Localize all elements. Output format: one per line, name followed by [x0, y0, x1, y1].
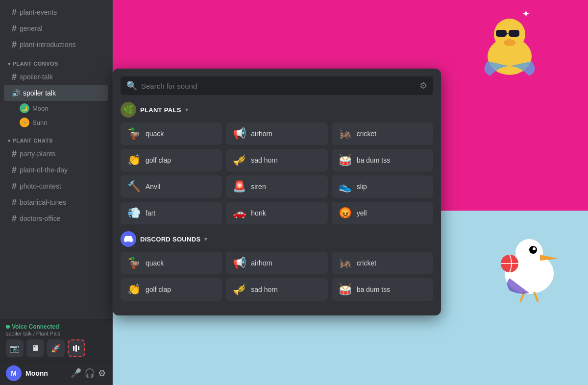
headset-button[interactable]: 🎧: [84, 368, 95, 379]
sound-airhorn-2[interactable]: 📢 airhorn: [226, 252, 327, 274]
hash-icon: #: [12, 197, 17, 208]
soundboard-button[interactable]: [68, 339, 85, 357]
sound-siren-1[interactable]: 🚨 siren: [226, 175, 327, 198]
duck-character: ✦: [470, 2, 549, 83]
svg-rect-17: [78, 346, 79, 350]
hash-icon: #: [12, 7, 17, 18]
hash-icon: #: [12, 24, 17, 34]
svg-line-12: [534, 292, 538, 302]
settings-button[interactable]: ⚙: [98, 368, 106, 379]
screen-share-button[interactable]: 🖥: [26, 339, 44, 357]
voice-status: Voice Connected: [6, 323, 106, 330]
hash-icon: #: [12, 40, 17, 50]
sound-anvil-1[interactable]: 🔨 Anvil: [121, 175, 222, 198]
sound-quack-2[interactable]: 🦆 quack: [121, 252, 222, 274]
svg-rect-16: [75, 345, 77, 352]
channel-spoiler-talk-voice[interactable]: 🔊 spoiler talk: [4, 85, 108, 101]
section-title-discord: DISCORD SOUNDS: [140, 236, 200, 243]
mic-button[interactable]: 🎤: [71, 368, 81, 379]
voice-user-sunn: ☀ Sunn: [4, 116, 108, 129]
sound-airhorn-1[interactable]: 📢 airhorn: [226, 122, 327, 145]
speaker-icon: 🔊: [12, 89, 20, 97]
voice-channel-name: spoiler talk / Plant Pals: [6, 331, 106, 337]
svg-point-5: [504, 39, 515, 46]
sound-yell-1[interactable]: 😡 yell: [332, 202, 433, 224]
svg-text:✦: ✦: [522, 8, 530, 19]
voice-status-dot: [6, 325, 10, 329]
category-arrow: ▾: [8, 138, 11, 144]
channel-doctors-office[interactable]: # doctors-office: [4, 211, 108, 226]
sound-popup: 🔍 ⚙ 🌿 PLANT PALS ▾ 🦆 quack 📢 airhorn 🦗 c…: [113, 69, 441, 315]
discord-server-icon: [121, 231, 136, 247]
user-avatar: M: [6, 365, 22, 381]
section-header-plant-pals: 🌿 PLANT PALS ▾: [121, 102, 433, 118]
plant-pals-server-icon: 🌿: [121, 102, 136, 118]
section-header-discord: DISCORD SOUNDS ▾: [121, 231, 433, 247]
sound-settings-icon[interactable]: ⚙: [419, 80, 427, 91]
sound-sad-horn-2[interactable]: 🎺 sad horn: [226, 278, 327, 301]
sidebar: # plant-events # general # plant-introdu…: [0, 0, 112, 385]
category-plant-chats[interactable]: ▾ PLANT CHATS: [0, 130, 112, 145]
category-plant-convos[interactable]: ▾ PLANT CONVOS: [0, 53, 112, 69]
hash-icon: #: [12, 181, 17, 192]
section-chevron-plant-pals[interactable]: ▾: [185, 106, 188, 113]
hash-icon: #: [12, 165, 17, 175]
plant-pals-sound-grid: 🦆 quack 📢 airhorn 🦗 cricket 👏 golf clap …: [121, 122, 433, 224]
svg-point-10: [533, 247, 536, 250]
sound-slip-1[interactable]: 👟 slip: [332, 175, 433, 198]
camera-button[interactable]: 📷: [6, 339, 24, 357]
sound-ba-dum-tss-1[interactable]: 🥁 ba dum tss: [332, 149, 433, 171]
sound-golf-clap-1[interactable]: 👏 golf clap: [121, 149, 222, 171]
user-avatar-sunn: ☀: [20, 118, 29, 127]
user-avatar-moon: 🌙: [20, 103, 29, 113]
sound-fart-1[interactable]: 💨 fart: [121, 202, 222, 224]
svg-rect-2: [496, 30, 507, 37]
username: Moonn: [25, 369, 67, 377]
sound-honk-1[interactable]: 🚗 honk: [226, 202, 327, 224]
channel-photo-contest[interactable]: # photo-contest: [4, 178, 108, 194]
category-arrow: ▾: [8, 61, 11, 67]
sound-ba-dum-tss-2[interactable]: 🥁 ba dum tss: [332, 278, 433, 301]
search-icon: 🔍: [126, 80, 137, 91]
sound-cricket-2[interactable]: 🦗 cricket: [332, 252, 433, 274]
sound-search-input[interactable]: [141, 82, 416, 90]
sound-quack-1[interactable]: 🦆 quack: [121, 122, 222, 145]
channel-list: # plant-events # general # plant-introdu…: [0, 0, 112, 319]
channel-party-plants[interactable]: # party-plants: [4, 146, 108, 162]
channel-plant-of-the-day[interactable]: # plant-of-the-day: [4, 162, 108, 178]
user-controls: 🎤 🎧 ⚙: [71, 368, 106, 379]
channel-spoiler-talk-text[interactable]: # spoiler-talk: [4, 69, 108, 85]
section-title-plant-pals: PLANT PALS: [140, 106, 181, 114]
svg-point-8: [515, 239, 543, 266]
hash-icon: #: [12, 149, 17, 159]
section-chevron-discord[interactable]: ▾: [204, 236, 207, 242]
voice-actions: 📷 🖥 🚀: [6, 339, 106, 357]
hash-icon: #: [12, 72, 17, 82]
channel-plant-introductions[interactable]: # plant-introductions: [4, 37, 108, 52]
channel-botanical-tunes[interactable]: # botanical-tunes: [4, 194, 108, 210]
sound-golf-clap-2[interactable]: 👏 golf clap: [121, 278, 222, 301]
discord-sound-grid: 🦆 quack 📢 airhorn 🦗 cricket 👏 golf clap …: [121, 252, 433, 301]
rocket-button[interactable]: 🚀: [47, 339, 65, 357]
sound-cricket-1[interactable]: 🦗 cricket: [332, 122, 433, 145]
svg-rect-15: [73, 346, 74, 351]
voice-bar: Voice Connected spoiler talk / Plant Pal…: [0, 319, 112, 361]
channel-general[interactable]: # general: [4, 21, 108, 36]
sound-search-bar: 🔍 ⚙: [121, 76, 433, 95]
user-bar: M Moonn 🎤 🎧 ⚙: [0, 361, 112, 385]
sound-sad-horn-1[interactable]: 🎺 sad horn: [226, 149, 327, 171]
hash-icon: #: [12, 214, 17, 224]
channel-plant-events[interactable]: # plant-events: [4, 4, 108, 20]
svg-rect-3: [509, 30, 519, 37]
voice-user-moon: 🌙 Moon: [4, 101, 108, 115]
bird-character: [485, 219, 573, 310]
